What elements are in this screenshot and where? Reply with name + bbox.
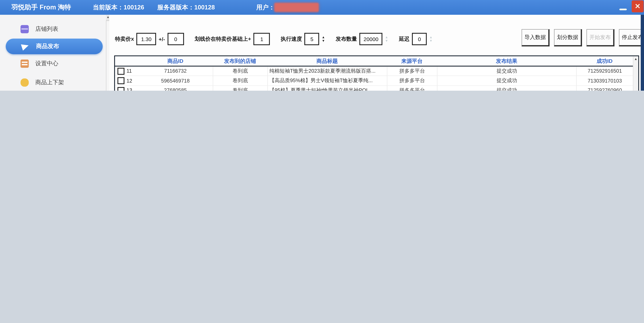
quantity-spinner[interactable]: ▲▼ <box>385 33 388 45</box>
app-window: 羽悦助手 From 淘特 当前版本：100126 服务器版本：100128 用户… <box>0 0 644 91</box>
table-header: 商品ID 发布到的店铺 商品标题 来源平台 发布结果 成功ID <box>115 56 633 66</box>
start-publish-button[interactable]: 开始发布 <box>586 29 614 46</box>
sidebar-item-label: 店铺列表 <box>35 26 58 33</box>
table-vertical-scrollbar[interactable]: ▲ ▼ <box>633 56 638 91</box>
sidebar-item-0[interactable]: 店铺列表 <box>0 20 106 39</box>
minimize-icon <box>620 9 627 10</box>
special-price-input[interactable]: 1.30 <box>136 33 156 45</box>
plusminus-input[interactable]: 0 <box>168 33 184 45</box>
cell-success-id: 713039170103 <box>576 76 633 86</box>
delay-input[interactable]: 0 <box>412 33 427 45</box>
sidebar-item-2[interactable]: 设置中心 <box>0 54 106 73</box>
row-checkbox[interactable] <box>118 87 124 91</box>
row-number: 13 <box>126 88 132 91</box>
cell-result: 提交成功 <box>437 86 576 91</box>
col-result: 发布结果 <box>437 57 576 65</box>
stop-publish-button[interactable]: 停止发布 <box>619 29 644 46</box>
minimize-button[interactable] <box>616 0 630 14</box>
cell-title: 【95棉】夏季男士短袖t恤男装立领半袖POL... <box>268 86 387 91</box>
cell-title: 【高品质95%棉】男士V领短袖T恤衫夏季纯... <box>268 76 387 86</box>
plusminus-label: +/- <box>159 36 165 42</box>
close-button[interactable]: ✕ <box>632 0 644 12</box>
sidebar-item-label: 设置中心 <box>35 60 58 67</box>
sidebar-item-label: 商品上下架 <box>35 79 64 86</box>
titlebar: 羽悦助手 From 淘特 当前版本：100126 服务器版本：100128 用户… <box>0 0 644 15</box>
cell-result: 提交成功 <box>437 66 576 76</box>
cell-success-id: 712592916501 <box>576 66 633 76</box>
col-title: 商品标题 <box>268 57 387 65</box>
cell-title: 纯棉短袖T恤男士2023新款夏季潮流韩版百搭... <box>268 66 387 76</box>
col-shop: 发布到的店铺 <box>213 57 268 65</box>
window-border <box>641 15 644 91</box>
row-number: 12 <box>126 78 132 84</box>
product-table: 商品ID 发布到的店铺 商品标题 来源平台 发布结果 成功ID 11 71166… <box>114 56 639 91</box>
toolbar-buttons: 导入数据 划分数据 开始发布 停止发布 <box>517 29 644 46</box>
table-body: 11 71166732 卷到底 纯棉短袖T恤男士2023新款夏季潮流韩版百搭..… <box>115 66 633 91</box>
cell-source: 拼多多平台 <box>387 66 437 76</box>
speed-spinner[interactable]: ▲▼ <box>322 33 325 45</box>
sidebar-item-3[interactable]: 商品上下架 <box>0 73 106 91</box>
split-data-button[interactable]: 划分数据 <box>554 29 582 46</box>
row-number: 11 <box>126 68 132 74</box>
row-checkbox[interactable] <box>118 77 124 84</box>
sidebar-item-label: 商品发布 <box>36 43 59 50</box>
cell-shop: 卷到底 <box>213 76 268 86</box>
cell-result: 提交成功 <box>437 76 576 86</box>
main-panel: 特卖价x 1.30 +/- 0 划线价在特卖价基础上+ 1 执行速度 5 ▲▼ … <box>109 15 641 91</box>
cell-shop: 卷到底 <box>213 86 268 91</box>
col-success-id: 成功ID <box>576 57 633 65</box>
row-checkbox[interactable] <box>118 68 124 74</box>
special-price-label: 特卖价x <box>115 35 134 43</box>
cell-success-id: 712592760960 <box>576 86 633 91</box>
import-data-button[interactable]: 导入数据 <box>522 29 550 46</box>
cell-product-id: 71166732 <box>138 68 213 74</box>
cell-source: 拼多多平台 <box>387 76 437 86</box>
user-redacted-value <box>274 3 319 12</box>
sidebar: 店铺列表 商品发布 设置中心 商品上下架 无流量清理-公测中 上家状态同步 淘宝… <box>0 15 106 91</box>
sidebar-item-1[interactable]: 商品发布 <box>6 39 103 54</box>
settings-icon <box>20 60 29 68</box>
quantity-label: 发布数量 <box>336 35 357 43</box>
cell-shop: 卷到底 <box>213 66 268 76</box>
strike-price-label: 划线价在特卖价基础上+ <box>194 35 251 43</box>
app-title: 羽悦助手 From 淘特 <box>12 0 71 15</box>
scroll-up-icon[interactable]: ▲ <box>633 56 638 62</box>
current-version-label: 当前版本：100126 <box>93 0 144 15</box>
speed-label: 执行速度 <box>281 35 302 43</box>
table-row[interactable]: 12 5965469718 卷到底 【高品质95%棉】男士V领短袖T恤衫夏季纯.… <box>115 76 633 86</box>
col-source: 来源平台 <box>387 57 437 65</box>
cell-product-id: 5965469718 <box>138 78 213 84</box>
user-label: 用户： <box>256 0 275 15</box>
cell-source: 拼多多平台 <box>387 86 437 91</box>
cell-product-id: 27680585 <box>138 88 213 91</box>
shop-icon <box>20 25 29 33</box>
table-row[interactable]: 11 71166732 卷到底 纯棉短袖T恤男士2023新款夏季潮流韩版百搭..… <box>115 66 633 76</box>
toolbar: 特卖价x 1.30 +/- 0 划线价在特卖价基础上+ 1 执行速度 5 ▲▼ … <box>115 31 435 47</box>
quantity-input[interactable]: 20000 <box>360 33 382 45</box>
col-product-id: 商品ID <box>138 57 213 65</box>
speed-input[interactable]: 5 <box>304 33 319 45</box>
box-icon <box>20 78 29 87</box>
strike-price-input[interactable]: 1 <box>254 33 270 45</box>
server-version-label: 服务器版本：100128 <box>157 0 215 15</box>
table-row[interactable]: 13 27680585 卷到底 【95棉】夏季男士短袖t恤男装立领半袖POL..… <box>115 86 633 91</box>
delay-spinner[interactable]: ▲▼ <box>429 33 432 45</box>
send-icon <box>22 42 30 50</box>
delay-label: 延迟 <box>399 35 410 43</box>
